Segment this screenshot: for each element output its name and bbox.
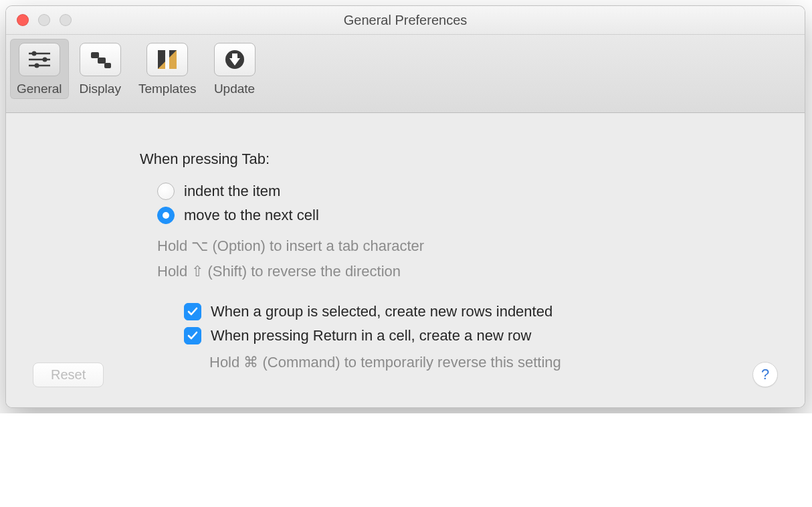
radio-label: move to the next cell — [184, 207, 319, 224]
tab-templates[interactable]: Templates — [132, 39, 203, 99]
radio-move-next-cell[interactable]: move to the next cell — [157, 207, 778, 224]
template-icon — [146, 43, 188, 76]
checkbox-icon — [184, 303, 201, 320]
download-icon — [214, 43, 256, 76]
tab-behavior-heading: When pressing Tab: — [140, 150, 778, 168]
tab-label: Templates — [138, 82, 197, 96]
tab-label: Update — [214, 82, 255, 96]
tab-label: Display — [80, 82, 121, 96]
tab-display[interactable]: Display — [73, 39, 128, 99]
checkbox-icon — [184, 327, 201, 344]
checkbox-return-new-row[interactable]: When pressing Return in a cell, create a… — [184, 327, 778, 344]
tab-label: General — [17, 82, 62, 96]
pane-footer: Reset ? — [33, 362, 778, 387]
tab-update[interactable]: Update — [207, 39, 262, 99]
svg-point-3 — [31, 52, 36, 56]
sliders-icon — [19, 43, 60, 76]
tab-general[interactable]: General — [10, 39, 69, 99]
svg-rect-7 — [98, 58, 106, 64]
general-preferences-pane: When pressing Tab: indent the item move … — [6, 113, 805, 407]
zoom-window-button[interactable] — [60, 14, 72, 26]
svg-rect-8 — [104, 63, 111, 68]
preferences-toolbar: General Display Templates — [6, 35, 805, 113]
svg-rect-11 — [165, 50, 169, 69]
radio-button-icon — [157, 207, 175, 224]
radio-indent-item[interactable]: indent the item — [157, 183, 778, 200]
svg-rect-6 — [91, 52, 99, 58]
checkbox-label: When pressing Return in a cell, create a… — [211, 327, 531, 344]
hint-option-key: Hold ⌥ (Option) to insert a tab characte… — [157, 237, 778, 255]
preferences-window: General Preferences General — [5, 5, 805, 408]
checkbox-label: When a group is selected, create new row… — [211, 303, 552, 320]
radio-label: indent the item — [184, 183, 280, 200]
help-button[interactable]: ? — [752, 362, 778, 387]
close-window-button[interactable] — [17, 14, 29, 26]
stairs-icon — [80, 43, 121, 76]
window-title: General Preferences — [6, 13, 805, 28]
titlebar: General Preferences — [6, 6, 805, 35]
reset-button[interactable]: Reset — [33, 363, 104, 387]
minimize-window-button[interactable] — [38, 14, 50, 26]
svg-point-4 — [42, 58, 47, 62]
hint-shift-key: Hold ⇧ (Shift) to reverse the direction — [157, 263, 778, 280]
checkbox-group-indent[interactable]: When a group is selected, create new row… — [184, 303, 778, 320]
radio-button-icon — [157, 183, 175, 200]
svg-point-5 — [34, 64, 39, 68]
traffic-lights — [17, 14, 72, 26]
